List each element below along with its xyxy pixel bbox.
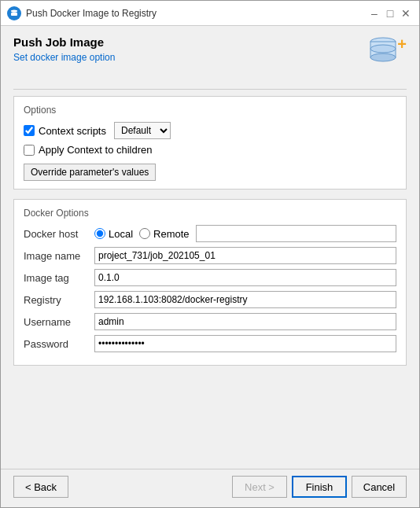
page-subtitle: Set docker image option: [13, 52, 115, 63]
override-btn-row: Override parameter's values: [24, 160, 396, 181]
database-icon: [367, 35, 399, 64]
remote-radio-text: Remote: [153, 228, 190, 240]
header-icon: +: [367, 35, 407, 75]
svg-point-2: [11, 9, 17, 12]
plus-badge-icon: +: [397, 35, 407, 53]
header-divider: [13, 89, 407, 90]
context-scripts-checkbox-label[interactable]: Context scripts: [24, 125, 106, 137]
override-parameters-button[interactable]: Override parameter's values: [24, 164, 156, 181]
page-header: Push Job Image Set docker image option +: [13, 35, 407, 75]
image-name-label: Image name: [24, 250, 94, 262]
username-row: Username: [24, 313, 396, 330]
app-icon: [7, 6, 21, 20]
remote-radio[interactable]: [139, 228, 150, 239]
options-section-label: Options: [24, 105, 396, 116]
subtitle-text: Set docker: [13, 52, 61, 63]
content-area: Push Job Image Set docker image option +…: [1, 26, 419, 469]
docker-section-label: Docker Options: [24, 208, 396, 219]
main-window: Push Docker Image to Registry – □ ✕ Push…: [0, 0, 420, 508]
svg-point-5: [370, 53, 396, 61]
apply-context-checkbox-label[interactable]: Apply Context to children: [24, 144, 153, 156]
window-controls: – □ ✕: [367, 6, 413, 20]
maximize-button[interactable]: □: [383, 6, 397, 20]
registry-label: Registry: [24, 294, 94, 306]
cancel-button[interactable]: Cancel: [352, 476, 407, 498]
options-section: Options Context scripts Default Custom A…: [13, 96, 407, 190]
apply-context-row: Apply Context to children: [24, 144, 396, 156]
image-name-input[interactable]: [94, 247, 396, 264]
username-input[interactable]: [94, 313, 396, 330]
next-button[interactable]: Next >: [232, 476, 287, 498]
title-bar: Push Docker Image to Registry – □ ✕: [1, 1, 419, 26]
image-name-row: Image name: [24, 247, 396, 264]
back-button[interactable]: < Back: [13, 476, 68, 498]
close-button[interactable]: ✕: [399, 6, 413, 20]
docker-host-radio-group: Local Remote: [94, 225, 396, 242]
remote-host-input[interactable]: [196, 225, 396, 242]
svg-point-6: [370, 45, 396, 53]
remote-radio-label[interactable]: Remote: [139, 228, 190, 240]
password-input[interactable]: [94, 335, 396, 352]
page-title: Push Job Image: [13, 35, 115, 49]
docker-host-label: Docker host: [24, 228, 94, 240]
context-scripts-dropdown[interactable]: Default Custom: [114, 122, 171, 139]
svg-point-1: [11, 12, 17, 14]
finish-button[interactable]: Finish: [292, 476, 347, 498]
local-radio[interactable]: [94, 228, 105, 239]
context-scripts-text: Context scripts: [39, 125, 106, 137]
local-radio-text: Local: [109, 228, 133, 240]
subtitle-link[interactable]: image option: [61, 52, 116, 63]
password-label: Password: [24, 338, 94, 350]
registry-row: Registry: [24, 291, 396, 308]
username-label: Username: [24, 316, 94, 328]
registry-input[interactable]: [94, 291, 396, 308]
apply-context-checkbox[interactable]: [24, 145, 35, 156]
image-tag-input[interactable]: [94, 269, 396, 286]
image-tag-label: Image tag: [24, 272, 94, 284]
image-tag-row: Image tag: [24, 269, 396, 286]
context-scripts-checkbox[interactable]: [24, 125, 35, 136]
password-row: Password: [24, 335, 396, 352]
minimize-button[interactable]: –: [367, 6, 381, 20]
header-text: Push Job Image Set docker image option: [13, 35, 115, 63]
footer: < Back Next > Finish Cancel: [1, 469, 419, 507]
apply-context-text: Apply Context to children: [39, 144, 153, 156]
window-title: Push Docker Image to Registry: [26, 8, 363, 19]
context-scripts-row: Context scripts Default Custom: [24, 122, 396, 139]
docker-options-section: Docker Options Docker host Local Remote: [13, 199, 407, 366]
local-radio-label[interactable]: Local: [94, 228, 133, 240]
docker-host-row: Docker host Local Remote: [24, 225, 396, 242]
